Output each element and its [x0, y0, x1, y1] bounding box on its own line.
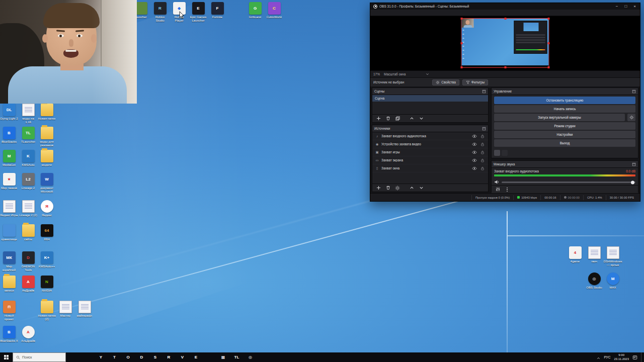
desktop-icon[interactable]: записи — [0, 276, 18, 293]
control-button[interactable]: Выход — [494, 139, 635, 147]
selection-handle[interactable] — [461, 42, 463, 44]
desktop-icon[interactable]: W документ Microsoft — [38, 173, 56, 194]
kebab-menu-icon[interactable] — [504, 187, 510, 193]
control-button[interactable]: Режим студии — [494, 122, 635, 130]
volume-slider-knob[interactable] — [631, 180, 634, 184]
search-input[interactable]: Поиск — [13, 352, 66, 362]
dock-icon[interactable] — [482, 89, 486, 94]
desktop-icon[interactable]: модели — [38, 150, 56, 167]
desktop-icon[interactable]: Новая папка — [38, 104, 56, 121]
lock-icon[interactable] — [479, 157, 486, 163]
desktop-icon[interactable]: L2 Lineage 2 — [19, 173, 37, 190]
desktop-icon[interactable]: твич — [585, 246, 603, 263]
visibility-eye-icon[interactable] — [471, 157, 477, 163]
gear-icon[interactable] — [394, 185, 400, 191]
desktop-icon[interactable]: K KMSAuto — [19, 150, 37, 167]
control-button[interactable]: Настройки — [494, 131, 635, 138]
desktop-icon[interactable]: E Epic Games Launcher — [189, 2, 207, 23]
desktop-icon[interactable]: Яндекс Игры — [0, 200, 18, 217]
visibility-eye-icon[interactable] — [471, 165, 477, 171]
visibility-eye-icon[interactable] — [471, 133, 477, 139]
desktop-icon[interactable]: сайты — [19, 224, 37, 241]
visibility-eye-icon[interactable] — [471, 141, 477, 147]
add-icon[interactable] — [375, 185, 381, 191]
desktop-icon[interactable]: G GribLand — [246, 2, 264, 19]
lock-icon[interactable] — [479, 133, 486, 139]
chevron-down-icon[interactable] — [426, 72, 429, 76]
taskbar-app-icon[interactable]: ◎ — [246, 353, 255, 361]
desktop-icon[interactable]: DL Dying Light 2 — [0, 104, 18, 121]
remove-icon[interactable] — [385, 185, 391, 191]
minimize-button[interactable]: − — [616, 4, 618, 9]
selection-handle[interactable] — [461, 66, 463, 68]
source-item[interactable]: ▯ Захват окна — [372, 164, 488, 172]
desktop-icon[interactable]: B BlueStacks — [0, 127, 18, 144]
lock-icon[interactable] — [479, 149, 486, 155]
desktop-icon[interactable]: Мастер — [56, 301, 74, 318]
desktop-icon[interactable]: П Новый проект — [0, 301, 18, 321]
desktop-icon[interactable]: B BlueStacks X — [0, 326, 18, 343]
dock-icon[interactable] — [632, 89, 636, 94]
desktop-icon[interactable]: моды для рюкзаков — [38, 127, 56, 147]
desktop-icon[interactable]: M MediaGet — [0, 150, 18, 167]
lock-icon[interactable] — [479, 141, 486, 147]
desktop-icon[interactable]: Я Яндекс — [38, 200, 56, 217]
desktop-icon[interactable]: TL TLauncher — [19, 127, 37, 144]
selection-handle[interactable] — [504, 66, 506, 68]
tray-chevron-up-icon[interactable] — [597, 353, 600, 362]
source-item[interactable]: ▣ Захват игры — [372, 148, 488, 156]
start-button[interactable] — [0, 352, 12, 362]
selection-handle[interactable] — [548, 18, 550, 20]
add-icon[interactable] — [375, 116, 381, 122]
dock-tab[interactable] — [494, 150, 500, 156]
desktop-icon[interactable]: майнкрафт — [75, 301, 94, 318]
speaker-icon[interactable] — [494, 179, 499, 185]
taskbar-app-icon[interactable]: E — [192, 353, 200, 361]
selection-handle[interactable] — [548, 66, 550, 68]
desktop-icon[interactable]: 64 R64 — [38, 224, 56, 241]
desktop-icon[interactable]: ◎ OBS Studio — [585, 273, 603, 290]
desktop-icon[interactable]: F Fortnite — [208, 2, 226, 19]
taskbar-app-icon[interactable]: Y — [97, 353, 105, 361]
duplicate-icon[interactable] — [394, 116, 400, 122]
maximize-button[interactable]: □ — [624, 4, 627, 9]
taskbar-app-icon[interactable]: O — [124, 353, 132, 361]
show-desktop-button[interactable] — [641, 352, 642, 362]
selection-handle[interactable] — [461, 18, 463, 20]
desktop-icon[interactable]: K+ KMSAuto++ — [38, 251, 56, 268]
zoom-label[interactable]: Масштаб окна — [384, 72, 406, 76]
scene-item[interactable]: Сцена — [372, 95, 488, 102]
control-button[interactable]: Запуск виртуальной камеры — [494, 114, 625, 121]
desktop-icon[interactable]: моды на 1.16 — [19, 104, 37, 124]
desktop-icon[interactable]: N NVIDIA — [38, 276, 56, 293]
dock-tab[interactable] — [502, 150, 508, 156]
taskbar-app-icon[interactable]: T — [110, 353, 119, 361]
lock-icon[interactable] — [479, 165, 486, 171]
volume-slider[interactable] — [502, 182, 635, 183]
selection-handle[interactable] — [548, 42, 550, 44]
selection-handle[interactable] — [504, 18, 506, 20]
taskbar-app-icon[interactable]: ▦ — [219, 353, 227, 361]
control-button[interactable]: Начать запись — [494, 105, 635, 113]
clock[interactable]: 9:00 23.11.2023 — [614, 353, 629, 360]
desktop-icon[interactable]: R Roblox Studio — [151, 2, 169, 23]
desktop-icon[interactable]: D DAEMON Tools — [19, 251, 37, 272]
dock-icon[interactable] — [632, 162, 636, 166]
taskbar-app-icon[interactable]: D — [137, 353, 146, 361]
move-up-icon[interactable] — [409, 185, 415, 191]
taskbar-app-icon[interactable]: TL — [232, 353, 241, 361]
visibility-eye-icon[interactable] — [471, 149, 477, 155]
source-item[interactable]: ◉ Устройство захвата видео — [372, 140, 488, 148]
properties-button[interactable]: Свойства — [432, 79, 459, 85]
filters-button[interactable]: Фильтры — [462, 79, 489, 85]
desktop-icon[interactable]: А АнДрайв — [19, 276, 37, 293]
taskbar-app-icon[interactable]: S — [151, 353, 159, 361]
move-down-icon[interactable] — [418, 185, 424, 191]
desktop-icon[interactable]: Lineage 2 (2) — [19, 200, 37, 217]
taskbar-app-icon[interactable]: R — [165, 353, 173, 361]
control-button[interactable]: Остановить трансляцию — [494, 97, 635, 104]
desktop-icon[interactable]: хранилище — [0, 224, 18, 241]
desktop-icon[interactable]: ★ Мир танков — [0, 173, 18, 190]
move-down-icon[interactable] — [418, 116, 424, 122]
desktop-icon[interactable]: 4 4game — [566, 246, 584, 263]
